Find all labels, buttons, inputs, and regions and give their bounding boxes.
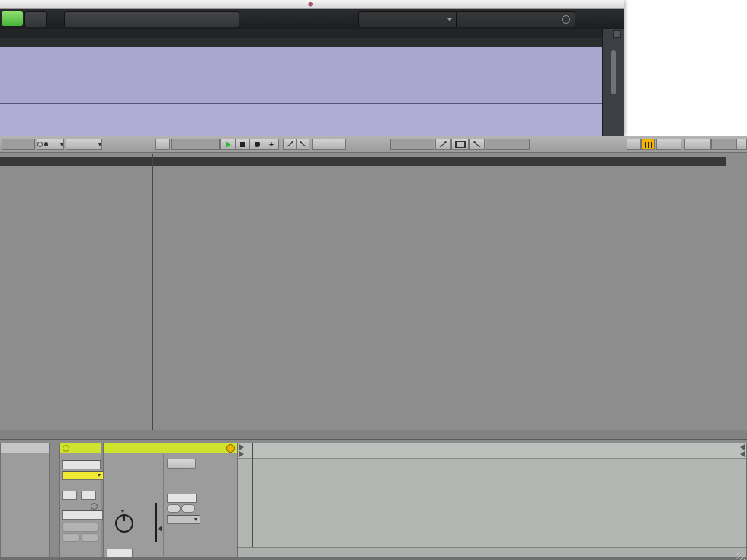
draw-mode-button[interactable] <box>627 139 641 150</box>
quantize-select[interactable] <box>456 11 575 27</box>
session-top-strip <box>0 157 726 166</box>
chevron-down-icon <box>447 18 452 21</box>
arrangement-position-field[interactable] <box>171 139 220 150</box>
marker-lane <box>0 38 602 47</box>
play-button[interactable] <box>2 11 23 26</box>
cubase-vertical-scrollbar[interactable] <box>602 29 624 136</box>
resize-grip-icon[interactable] <box>736 552 745 560</box>
cpu-load-meter <box>711 139 736 150</box>
automation-icon <box>287 141 293 148</box>
chevron-down-icon <box>98 143 101 146</box>
double-bpm-button[interactable] <box>181 504 195 513</box>
punch-out-button[interactable] <box>469 139 485 150</box>
sample-box-panel <box>103 443 238 558</box>
play-icon <box>226 142 231 148</box>
live-transport-bar: + <box>0 136 747 153</box>
warp-button[interactable] <box>167 459 196 469</box>
warp-mode-select[interactable] <box>167 515 200 524</box>
commit-button[interactable] <box>62 523 99 532</box>
arrangement-record-button[interactable] <box>249 139 264 150</box>
metronome-icon <box>37 142 43 147</box>
next-clip-button[interactable] <box>81 533 99 542</box>
halve-bpm-button[interactable] <box>167 504 181 513</box>
stop-icon <box>240 142 245 147</box>
chevron-down-icon <box>60 143 63 146</box>
midi-overdub-button[interactable]: + <box>264 139 279 150</box>
signature-denominator-field[interactable] <box>81 491 96 500</box>
clip-color-chooser[interactable] <box>62 471 104 480</box>
bass-track[interactable] <box>0 104 602 136</box>
cubase-titlebar[interactable] <box>0 0 624 9</box>
sample-waveform-display[interactable] <box>237 443 747 558</box>
clip-name-field[interactable] <box>62 460 101 469</box>
session-record-button[interactable] <box>312 139 325 150</box>
screenshot-root: + <box>0 0 747 560</box>
cubase-toolbar <box>0 9 624 30</box>
transpose-knob[interactable] <box>115 514 133 533</box>
play-button[interactable] <box>220 139 236 150</box>
loop-brace-icon[interactable] <box>740 451 745 457</box>
punch-in-icon <box>440 141 447 148</box>
seg-bpm-field[interactable] <box>167 494 197 503</box>
time-signature-field[interactable] <box>2 139 35 150</box>
loop-length-field[interactable] <box>486 139 530 150</box>
loop-icon <box>455 141 466 148</box>
clip-activator-icon[interactable] <box>63 445 69 452</box>
automation-arm-button[interactable] <box>283 139 297 150</box>
signature-numerator-field[interactable] <box>62 491 77 500</box>
groove-select[interactable] <box>62 510 103 520</box>
computer-midi-keyboard-button[interactable] <box>641 139 655 150</box>
metronome-dot-icon <box>44 142 48 146</box>
follow-button[interactable] <box>155 139 170 150</box>
knob-marker-icon <box>120 510 125 513</box>
midi-map-button[interactable] <box>684 139 711 150</box>
piano-keys-icon <box>645 142 652 148</box>
sample-time-ruler[interactable] <box>238 547 746 558</box>
re-enable-automation-button[interactable] <box>296 139 309 150</box>
loop-switch[interactable] <box>451 139 469 150</box>
quantize-circle-icon <box>562 15 570 24</box>
scroll-corner-icon <box>613 30 621 38</box>
info-view-header <box>1 443 49 453</box>
info-view-panel <box>0 443 50 558</box>
loop-brace-icon[interactable] <box>239 451 244 457</box>
groove-hotswap-icon[interactable] <box>91 503 98 510</box>
screenshot-seam <box>152 154 153 439</box>
sample-box-header <box>104 443 237 453</box>
waveform-canvas <box>238 459 746 548</box>
window-bottom-edge <box>0 557 747 560</box>
panel-divider <box>197 454 197 556</box>
cubase-window <box>0 0 624 136</box>
clip-box-header <box>60 443 101 453</box>
automation-icon <box>300 141 306 148</box>
cubase-tool-group <box>64 11 239 27</box>
hotswap-sample-icon[interactable] <box>226 444 235 453</box>
loop-brace-icon[interactable] <box>740 444 745 450</box>
loop-start-field[interactable] <box>390 139 434 150</box>
prev-clip-button[interactable] <box>62 533 80 542</box>
punch-in-button[interactable] <box>435 139 451 150</box>
panel-divider <box>163 454 164 556</box>
grid-type-select[interactable] <box>358 11 457 27</box>
playhead[interactable] <box>252 443 253 548</box>
stop-button[interactable] <box>235 139 250 150</box>
new-scene-button[interactable] <box>325 139 346 150</box>
ableton-window: + <box>0 136 747 560</box>
waveform-scrub-area[interactable] <box>238 443 746 459</box>
clip-gain-slider[interactable] <box>155 503 157 542</box>
clip-view <box>0 439 747 560</box>
cubase-app-icon <box>308 2 313 7</box>
clip-box-panel <box>59 443 101 558</box>
metronome-button[interactable] <box>37 139 64 150</box>
drums-track[interactable] <box>0 47 602 104</box>
gain-slider-handle[interactable] <box>158 526 162 532</box>
record-button[interactable] <box>24 11 47 27</box>
punch-out-icon <box>473 141 480 148</box>
disk-overload-indicator <box>736 139 747 150</box>
record-icon <box>255 142 260 147</box>
chevron-down-icon <box>98 474 101 477</box>
scrollbar-thumb[interactable] <box>611 50 616 94</box>
key-map-button[interactable] <box>656 139 681 150</box>
quantization-menu[interactable] <box>66 139 102 150</box>
loop-brace-icon[interactable] <box>239 444 244 450</box>
